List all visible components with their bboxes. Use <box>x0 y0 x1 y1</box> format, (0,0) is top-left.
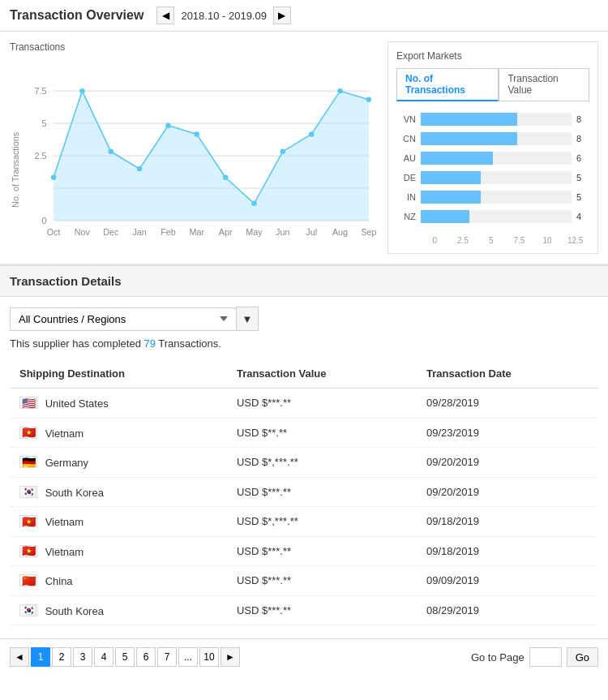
dropdown-arrow[interactable]: ▼ <box>236 307 259 331</box>
page-btn[interactable]: ... <box>178 647 198 667</box>
line-chart-svg: 7.5 5 2.5 0 No. of Transactions <box>10 59 378 272</box>
tab-transaction-value[interactable]: Transaction Value <box>499 68 589 101</box>
transaction-count-row: This supplier has completed 79 Transacti… <box>10 337 598 350</box>
page-btn[interactable]: 6 <box>136 647 156 667</box>
destination-name: South Korea <box>45 604 104 616</box>
bar-value: 5 <box>576 173 589 183</box>
page-btn[interactable]: 4 <box>94 647 113 667</box>
page-btn[interactable]: 3 <box>73 647 92 667</box>
country-flag: 🇻🇳 <box>19 545 37 557</box>
bar-track <box>421 113 572 126</box>
page-btn[interactable]: 2 <box>52 647 71 667</box>
x-tick: 12.5 <box>561 236 589 245</box>
date-cell: 09/18/2019 <box>417 507 598 537</box>
value-cell: USD $*,***.** <box>227 448 417 478</box>
bar-row: IN 5 <box>396 191 589 204</box>
svg-text:Mar: Mar <box>189 227 204 237</box>
country-flag: 🇩🇪 <box>19 456 37 468</box>
bar-row: DE 5 <box>396 171 589 184</box>
prev-page-btn[interactable]: ◄ <box>10 647 29 667</box>
country-flag: 🇰🇷 <box>19 486 37 498</box>
count-text-1: This supplier has completed <box>10 337 143 350</box>
destination-name: China <box>45 575 73 587</box>
bar-row: VN 8 <box>396 113 589 126</box>
svg-text:5: 5 <box>41 118 46 128</box>
prev-date-btn[interactable]: ◀ <box>156 6 174 24</box>
svg-point-22 <box>366 97 371 102</box>
count-link[interactable]: 79 <box>143 337 155 350</box>
bar-value: 8 <box>576 134 589 144</box>
svg-text:Apr: Apr <box>219 227 233 237</box>
svg-text:Jan: Jan <box>132 227 146 237</box>
bar-track <box>421 191 572 204</box>
svg-text:No. of Transactions: No. of Transactions <box>11 131 20 208</box>
charts-section: Transactions 7.5 5 2.5 0 No. of Transact… <box>0 32 608 265</box>
svg-point-16 <box>195 131 199 136</box>
x-tick: 10 <box>533 236 562 245</box>
page-buttons: ◄1234567...10► <box>10 647 240 667</box>
bar-value: 8 <box>576 114 589 124</box>
col-date: Transaction Date <box>417 359 598 389</box>
bar-track <box>421 132 572 145</box>
value-cell: USD $**.** <box>227 418 417 448</box>
x-tick: 5 <box>477 236 505 245</box>
country-filter-select[interactable]: All Countries / RegionsUnited StatesViet… <box>10 307 237 331</box>
table-row: 🇩🇪 Germany USD $*,***.** 09/20/2019 <box>10 448 598 478</box>
svg-text:May: May <box>246 227 263 237</box>
bar-label: IN <box>396 192 416 202</box>
table-row: 🇻🇳 Vietnam USD $**.** 09/23/2019 <box>10 418 598 448</box>
bar-value: 5 <box>576 192 589 202</box>
transaction-details-title: Transaction Details <box>10 274 122 288</box>
bar-chart-area: VN 8 CN 8 AU 6 DE 5 IN 5 NZ 4 <box>396 110 589 233</box>
bar-fill <box>421 152 493 165</box>
country-flag: 🇻🇳 <box>19 515 37 527</box>
bar-row: AU 6 <box>396 152 589 165</box>
transactions-label: Transactions <box>10 41 378 53</box>
page-btn[interactable]: 1 <box>31 647 50 667</box>
svg-text:Sep: Sep <box>361 227 376 237</box>
svg-text:7.5: 7.5 <box>34 86 46 96</box>
bar-value: 6 <box>576 153 589 163</box>
next-page-btn[interactable]: ► <box>221 647 240 667</box>
bar-label: VN <box>396 114 416 124</box>
next-date-btn[interactable]: ▶ <box>273 6 291 24</box>
destination-name: Germany <box>45 457 88 469</box>
table-row: 🇰🇷 South Korea USD $***.** 08/29/2019 <box>10 595 598 625</box>
destination-cell: 🇰🇷 South Korea <box>10 477 227 507</box>
country-flag: 🇰🇷 <box>19 604 37 616</box>
page-btn[interactable]: 7 <box>157 647 177 667</box>
bar-label: CN <box>396 134 416 144</box>
value-cell: USD $*,***.** <box>227 507 417 537</box>
table-row: 🇺🇸 United States USD $***.** 09/28/2019 <box>10 389 598 419</box>
svg-point-14 <box>137 166 142 171</box>
svg-point-15 <box>165 123 170 128</box>
bar-x-axis: 02.557.51012.5 <box>396 236 589 245</box>
goto-input[interactable] <box>529 647 562 667</box>
goto-button[interactable]: Go <box>567 647 598 667</box>
transactions-chart: Transactions 7.5 5 2.5 0 No. of Transact… <box>10 41 378 254</box>
svg-text:Aug: Aug <box>332 227 348 237</box>
x-tick: 2.5 <box>449 236 477 245</box>
tab-no-of-transactions[interactable]: No. of Transactions <box>396 68 499 101</box>
date-cell: 09/20/2019 <box>417 448 598 478</box>
bar-fill <box>421 132 517 145</box>
country-flag: 🇺🇸 <box>19 397 37 409</box>
x-tick: 7.5 <box>505 236 533 245</box>
count-text-2: Transactions. <box>156 337 221 350</box>
bar-label: NZ <box>396 212 416 221</box>
page-btn[interactable]: 5 <box>115 647 135 667</box>
destination-name: Vietnam <box>45 427 83 439</box>
bar-row: CN 8 <box>396 132 589 145</box>
svg-text:Oct: Oct <box>47 227 61 237</box>
svg-text:Jul: Jul <box>306 227 317 237</box>
col-value: Transaction Value <box>227 359 417 389</box>
bar-track <box>421 171 572 184</box>
pagination-bar: ◄1234567...10► Go to Page Go <box>0 638 608 675</box>
col-destination: Shipping Destination <box>10 359 227 389</box>
page-btn[interactable]: 10 <box>199 647 219 667</box>
svg-text:0: 0 <box>41 216 46 225</box>
country-flag: 🇨🇳 <box>19 574 37 586</box>
destination-name: South Korea <box>45 486 104 498</box>
bar-fill <box>421 210 469 223</box>
value-cell: USD $***.** <box>227 566 417 596</box>
